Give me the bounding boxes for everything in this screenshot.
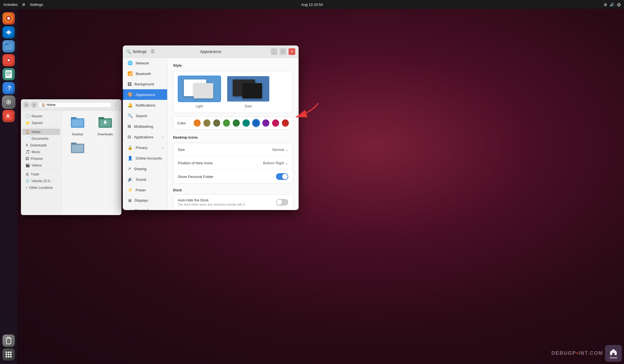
nav-background[interactable]: 🖼 Background [123, 79, 167, 89]
app-name-label: Settings [30, 3, 43, 7]
light-style-preview[interactable] [178, 76, 221, 102]
libreoffice-dock-icon[interactable] [3, 68, 15, 80]
style-section: Style Light [173, 63, 293, 130]
color-label: Color [177, 121, 190, 125]
fm-sidebar-starred[interactable]: ⭐ Starred [22, 120, 60, 126]
fm-back-button[interactable]: ‹ [23, 102, 29, 108]
fm-file-pictures[interactable] [65, 139, 90, 159]
settings-search-area: 🔍 Settings ☰ [126, 49, 155, 54]
top-bar-right: ⊞ 🔊 ⏻ [604, 3, 621, 7]
position-dropdown[interactable]: Bottom Right ⌄ [263, 161, 288, 165]
autohide-label: Auto-hide the Dock [178, 198, 276, 202]
svg-point-8 [8, 59, 10, 61]
documents-icon: 📄 [25, 136, 30, 141]
nav-network[interactable]: 🌐 Network [123, 58, 167, 68]
rhythmbox-dock-icon[interactable] [3, 54, 15, 66]
nav-notifications[interactable]: 🔔 Notifications [123, 100, 167, 110]
color-purple[interactable] [262, 119, 269, 127]
nav-search[interactable]: 🔍 Search [123, 110, 167, 121]
minimize-button[interactable]: _ [271, 48, 277, 55]
network-nav-icon: 🌐 [128, 61, 133, 66]
color-orange[interactable] [194, 119, 201, 127]
top-bar-left: Activities ⚙ Settings [3, 3, 43, 7]
background-nav-icon: 🖼 [128, 82, 132, 86]
color-blue[interactable] [253, 119, 260, 127]
power-icon[interactable]: ⏻ [617, 3, 621, 7]
maximize-button[interactable]: □ [280, 48, 286, 55]
trash-dock-icon[interactable] [3, 334, 15, 347]
fm-file-downloads[interactable]: Downloads [93, 114, 118, 137]
color-olive[interactable] [203, 119, 210, 127]
thunderbird-dock-icon[interactable] [3, 26, 15, 38]
nav-sharing[interactable]: ↗ Sharing [123, 163, 167, 174]
fm-sidebar-recent[interactable]: 🕐 Recent [22, 113, 60, 119]
light-preview-bg [178, 76, 220, 102]
nav-displays[interactable]: 🖥 Displays [123, 195, 167, 206]
fm-sidebar-music[interactable]: 🎵 Music [22, 149, 60, 155]
watermark: DEBUGP•INT.COM [551, 350, 603, 356]
panel-mode-row: Panel mode The dock extends to the scree… [173, 210, 293, 210]
nav-network-label: Network [136, 61, 149, 65]
nav-online-accounts[interactable]: 👤 Online Accounts [123, 153, 167, 163]
nav-multitasking[interactable]: ⊞ Multitasking [123, 121, 167, 132]
nav-mouse[interactable]: 🖱 Mouse & Touchpad [123, 206, 167, 210]
color-dark-green[interactable] [233, 119, 240, 127]
fm-sidebar-home[interactable]: 🏠 Home [22, 129, 60, 135]
sharing-nav-icon: ↗ [128, 166, 131, 171]
color-dark-olive[interactable] [213, 119, 220, 127]
fm-file-desktop[interactable]: Desktop [65, 114, 90, 137]
files-dock-icon[interactable] [3, 40, 15, 52]
personal-folder-toggle[interactable] [276, 173, 288, 180]
dock-section-title: Dock [173, 188, 293, 192]
fm-sidebar-downloads[interactable]: ⬇ Downloads [22, 142, 60, 148]
svg-text:?: ? [8, 85, 11, 91]
settings-dock-icon[interactable] [3, 96, 15, 108]
firefox-dock-icon[interactable] [3, 12, 15, 25]
nav-power[interactable]: ⚡ Power [123, 185, 167, 195]
svg-text:A: A [6, 113, 10, 119]
nav-appearance[interactable]: 🎨 Appearance [123, 89, 167, 100]
color-red[interactable] [282, 119, 289, 127]
svg-point-29 [8, 356, 9, 358]
nav-online-accounts-label: Online Accounts [136, 156, 162, 160]
settings-menu-button[interactable]: ☰ [151, 49, 155, 54]
color-green[interactable] [223, 119, 230, 127]
music-icon: 🎵 [25, 150, 30, 154]
fm-menu-button[interactable]: ⋮ [113, 102, 119, 108]
style-light-option[interactable]: Light [178, 76, 221, 108]
other-locations-icon: + [25, 185, 28, 190]
nav-privacy[interactable]: 🔒 Privacy › [123, 142, 167, 153]
size-dropdown[interactable]: Normal ⌄ [272, 148, 288, 152]
volume-icon[interactable]: 🔊 [610, 3, 614, 7]
personal-folder-knob [282, 174, 288, 179]
fm-sidebar-ubuntu[interactable]: 💿 Ubuntu 22.0... [22, 178, 60, 184]
style-dark-option[interactable]: Dark [227, 76, 270, 108]
online-accounts-nav-icon: 👤 [128, 156, 133, 161]
fm-sidebar-other[interactable]: + Other Locations [22, 184, 60, 191]
autohide-toggle[interactable] [276, 199, 288, 206]
app-grid-icon[interactable] [3, 348, 15, 361]
close-button[interactable]: ✕ [289, 48, 295, 55]
fm-location-bar[interactable]: 🏠 Home [39, 102, 111, 108]
activities-button[interactable]: Activities [3, 3, 18, 7]
fm-sidebar-pictures[interactable]: 🖼 Pictures [22, 155, 60, 162]
fm-sidebar-videos[interactable]: 🎬 Videos [22, 162, 60, 168]
help-dock-icon[interactable]: ? [3, 82, 15, 94]
color-teal[interactable] [243, 119, 249, 127]
color-pink[interactable] [272, 119, 279, 127]
nav-applications[interactable]: ⊟ Applications › [123, 132, 167, 142]
fm-home-icon: 🏠 [41, 103, 45, 107]
fm-sidebar-documents[interactable]: 📄 Documents [22, 135, 60, 142]
nav-bluetooth[interactable]: 📶 Bluetooth [123, 68, 167, 79]
appcenter-dock-icon[interactable]: A [3, 110, 15, 122]
bottom-home-button[interactable]: Home [605, 345, 622, 362]
personal-folder-row: Show Personal Folder [173, 170, 293, 183]
fm-sidebar-trash[interactable]: 🗑 Trash [22, 171, 60, 177]
position-row: Position of New Icons Bottom Right ⌄ [173, 156, 293, 170]
fm-documents-label: Documents [32, 137, 49, 141]
fm-forward-button[interactable]: › [31, 102, 37, 108]
dark-style-preview[interactable] [227, 76, 270, 102]
nav-sound[interactable]: 🔊 Sound [123, 174, 167, 185]
nav-sharing-label: Sharing [134, 167, 147, 171]
dark-style-label: Dark [245, 104, 252, 108]
